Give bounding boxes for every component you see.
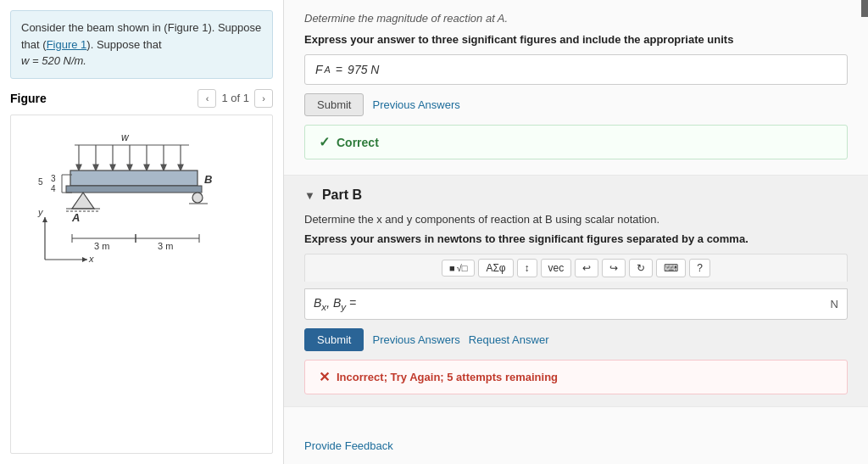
keyboard-button[interactable]: ⌨ (656, 259, 686, 277)
part-b-request-answer-link[interactable]: Request Answer (469, 333, 549, 346)
part-b-action-row: Submit Previous Answers Request Answer (304, 328, 848, 351)
support-a (66, 193, 100, 211)
svg-text:3 m: 3 m (94, 241, 109, 251)
problem-equation: w = 520 N/m. (21, 54, 86, 67)
svg-marker-40 (82, 257, 87, 262)
answer-subscript: A (325, 64, 331, 75)
beam-figure: w (10, 115, 273, 455)
part-a-section: Determine the magnitude of reaction at A… (284, 0, 868, 176)
svg-text:4: 4 (51, 184, 56, 193)
svg-marker-4 (93, 165, 98, 171)
svg-text:A: A (71, 211, 80, 224)
input-label: Bx, By = (314, 296, 356, 312)
figure-section: Figure ‹ 1 of 1 › w (10, 89, 273, 455)
part-b-input[interactable] (363, 298, 823, 310)
svg-marker-10 (144, 165, 149, 171)
help-button[interactable]: ? (689, 259, 710, 277)
part-a-action-row: Submit Previous Answers (304, 93, 848, 116)
figure-header: Figure ‹ 1 of 1 › (10, 89, 273, 108)
svg-marker-14 (178, 165, 183, 171)
svg-text:3: 3 (51, 174, 56, 183)
support-b (189, 193, 208, 204)
part-a-instruction: Express your answer to three significant… (304, 33, 848, 46)
math-toolbar: ■ √□ AΣφ ↕ vec ↩ ↪ ↻ ⌨ ? (304, 254, 848, 282)
incorrect-box: ✕ Incorrect; Try Again; 5 attempts remai… (304, 360, 848, 394)
part-a-answer-box: FA = 975 N (304, 54, 848, 85)
svg-text:5: 5 (38, 177, 43, 187)
svg-marker-6 (110, 165, 115, 171)
check-icon: ✓ (319, 134, 330, 150)
svg-marker-19 (72, 193, 94, 209)
svg-text:y: y (37, 207, 44, 217)
part-a-prev-answers-link[interactable]: Previous Answers (372, 98, 459, 111)
correct-box: ✓ Correct (304, 125, 848, 159)
svg-marker-43 (42, 217, 47, 222)
provide-feedback-link[interactable]: Provide Feedback (304, 439, 393, 452)
figure-next-button[interactable]: › (254, 89, 273, 108)
part-b-submit-button[interactable]: Submit (304, 328, 364, 351)
svg-text:B: B (204, 173, 212, 186)
matrix-label: √□ (457, 263, 468, 273)
svg-marker-12 (161, 165, 166, 171)
matrix-button[interactable]: ■ √□ (442, 260, 475, 277)
part-b-prev-answers-link[interactable]: Previous Answers (372, 333, 459, 346)
svg-text:x: x (88, 254, 94, 264)
truncated-header: Determine the magnitude of reaction at A… (304, 12, 848, 25)
part-b-label: Part B (322, 187, 362, 203)
incorrect-label: Incorrect; Try Again; 5 attempts remaini… (337, 371, 558, 383)
problem-statement: Consider the beam shown in (Figure 1). S… (10, 10, 273, 79)
refresh-button[interactable]: ↻ (629, 259, 653, 277)
part-b-header: ▼ Part B (304, 187, 848, 203)
part-a-submit-button[interactable]: Submit (304, 93, 364, 116)
svg-rect-17 (66, 186, 202, 193)
right-panel: Determine the magnitude of reaction at A… (284, 0, 868, 464)
answer-label: F (315, 63, 323, 76)
x-icon: ✕ (319, 369, 330, 385)
beam-svg: w (19, 124, 273, 293)
feedback-section: Provide Feedback (284, 427, 868, 464)
part-b-collapse-icon[interactable]: ▼ (304, 189, 315, 202)
svg-point-22 (192, 193, 203, 203)
scroll-indicator (861, 0, 868, 17)
left-panel: Consider the beam shown in (Figure 1). S… (0, 0, 284, 464)
svg-text:w: w (121, 131, 130, 143)
svg-marker-8 (127, 165, 132, 171)
correct-label: Correct (337, 136, 379, 149)
part-b-section: ▼ Part B Determine the x and y component… (284, 176, 868, 407)
svg-rect-16 (70, 171, 198, 186)
svg-marker-2 (76, 165, 81, 171)
part-b-description: Determine the x and y components of reac… (304, 213, 848, 226)
input-unit: N (831, 298, 838, 310)
figure-link[interactable]: Figure 1 (47, 38, 87, 51)
equals-sign: = (336, 63, 342, 76)
figure-title: Figure (10, 92, 47, 105)
redo-button[interactable]: ↪ (602, 259, 626, 277)
figure-prev-button[interactable]: ‹ (198, 89, 216, 108)
figure-nav: ‹ 1 of 1 › (198, 89, 273, 108)
svg-text:3 m: 3 m (158, 241, 173, 251)
undo-button[interactable]: ↩ (575, 259, 598, 277)
part-b-instruction: Express your answers in newtons to three… (304, 232, 848, 245)
matrix-icon: ■ (449, 263, 455, 273)
arrows-button[interactable]: ↕ (517, 259, 537, 277)
part-a-answer-value: 975 N (348, 63, 379, 76)
figure-page: 1 of 1 (221, 92, 249, 104)
vec-button[interactable]: vec (541, 259, 572, 277)
greek-button[interactable]: AΣφ (478, 259, 513, 277)
part-b-input-row: Bx, By = N (304, 288, 848, 320)
